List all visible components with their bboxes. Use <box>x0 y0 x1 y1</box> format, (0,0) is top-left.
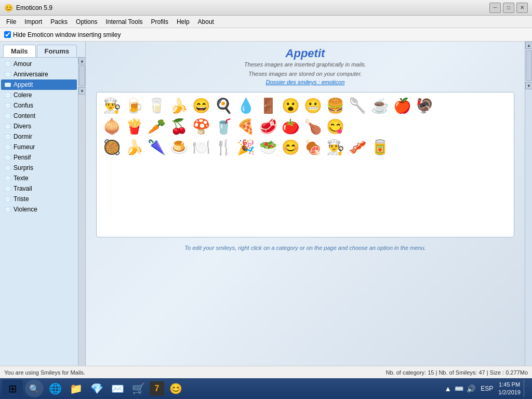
menu-file[interactable]: File <box>2 17 20 26</box>
menu-import[interactable]: Import <box>20 17 46 26</box>
taskbar-icon-folder[interactable]: 📁 <box>66 380 85 397</box>
tab-forums[interactable]: Forums <box>37 45 77 57</box>
scrollbar-thumb[interactable] <box>79 65 85 86</box>
menu-options[interactable]: Options <box>72 17 101 26</box>
hide-window-checkbox[interactable] <box>4 31 11 38</box>
sidebar-item-pensif[interactable]: ✉️ Pensif <box>1 152 77 163</box>
content-scrollbar[interactable]: ▲ ▼ <box>525 42 532 366</box>
smiley-happy[interactable]: 😄 <box>192 99 210 113</box>
menu-packs[interactable]: Packs <box>46 17 72 26</box>
sidebar-tabs: Mails Forums <box>0 42 85 57</box>
sidebar-scroll-container: ✉️ Amour ✉️ Anniversaire ✉️ Appetit ✉️ C… <box>0 57 85 366</box>
smiley-umbrella[interactable]: 🌂 <box>148 140 166 155</box>
content-scrollbar-up[interactable]: ▲ <box>525 42 532 49</box>
smiley-carrot[interactable]: 🥕 <box>148 119 166 134</box>
smiley-fries[interactable]: 🍟 <box>125 119 143 134</box>
smiley-spoon[interactable]: 🥄 <box>349 99 367 113</box>
taskbar-icon-emoticon[interactable]: 😊 <box>166 380 185 397</box>
smiley-egg[interactable]: 🍳 <box>215 99 233 113</box>
taskbar-icon-browser[interactable]: 🌐 <box>46 380 64 397</box>
smiley-pizza[interactable]: 🍕 <box>237 119 255 134</box>
menu-internal-tools[interactable]: Internal Tools <box>101 17 147 26</box>
smiley-fridge[interactable]: 🚪 <box>259 99 277 113</box>
maximize-button[interactable]: □ <box>503 3 514 13</box>
sidebar-item-fumeur[interactable]: ✉️ Fumeur <box>1 142 77 152</box>
scrollbar-up[interactable]: ▲ <box>78 57 85 64</box>
sidebar-item-content[interactable]: ✉️ Content <box>1 111 77 121</box>
smiley-waiter[interactable]: 👨‍🍳 <box>326 140 344 155</box>
smiley-hungry[interactable]: 😮 <box>282 99 300 113</box>
smiley-chicken[interactable]: 🍗 <box>304 119 322 134</box>
taskbar-clock[interactable]: 1:45 PM 1/2/2019 <box>498 381 521 397</box>
smiley-can[interactable]: 🥫 <box>371 140 389 155</box>
taskbar-icon-7[interactable]: 7 <box>150 381 164 396</box>
close-button[interactable]: ✕ <box>516 3 528 13</box>
smiley-bbq[interactable]: 🍖 <box>304 140 322 155</box>
smiley-banana[interactable]: 🍌 <box>170 99 188 113</box>
smiley-dinner[interactable]: 🍽️ <box>192 140 210 155</box>
tray-volume[interactable]: 🔊 <box>467 384 475 393</box>
sidebar-scrollbar[interactable]: ▲ ▼ <box>78 57 85 366</box>
taskbar-search-button[interactable]: 🔍 <box>25 380 44 397</box>
smiley-tomato[interactable]: 🍅 <box>282 119 300 134</box>
smiley-banana2[interactable]: 🍌 <box>125 140 143 155</box>
scrollbar-down[interactable]: ▼ <box>78 87 85 95</box>
tray-keyboard[interactable]: ⌨️ <box>455 384 463 393</box>
sidebar-item-texte[interactable]: ✉️ Texte <box>1 173 77 183</box>
sidebar-item-divers[interactable]: ✉️ Divers <box>1 121 77 131</box>
smiley-onion[interactable]: 🧅 <box>103 119 121 134</box>
sidebar-item-surpris[interactable]: ✉️ Surpris <box>1 163 77 173</box>
mail-icon: ✉️ <box>4 196 11 203</box>
tab-mails[interactable]: Mails <box>3 45 36 57</box>
sidebar-list: ✉️ Amour ✉️ Anniversaire ✉️ Appetit ✉️ C… <box>0 57 78 366</box>
smiley-drink[interactable]: 🥤 <box>215 119 233 134</box>
smiley-face-fork[interactable]: 😋 <box>326 119 344 134</box>
sidebar-item-violence[interactable]: ✉️ Violence <box>1 204 77 215</box>
smiley-bowl[interactable]: 🥘 <box>103 140 121 155</box>
smiley-row-3: 🥘 🍌 🌂 🍮 🍽️ 🍴 🎉 🥗 😊 🍖 👨‍🍳 🥓 🥫 <box>103 140 508 155</box>
sidebar-item-amour[interactable]: ✉️ Amour <box>1 59 77 69</box>
toolbar: Hide Emoticon window inserting smiley <box>0 28 532 42</box>
content-scrollbar-down[interactable]: ▼ <box>525 82 532 89</box>
smiley-beer[interactable]: 🍺 <box>125 99 143 113</box>
smiley-coffee[interactable]: ☕ <box>371 99 389 113</box>
content-folder-link[interactable]: Dossier des smileys : emoticon <box>266 79 345 85</box>
sidebar-item-triste[interactable]: ✉️ Triste <box>1 194 77 204</box>
hide-window-label[interactable]: Hide Emoticon window inserting smiley <box>4 31 121 38</box>
taskbar-language[interactable]: ESP <box>478 385 495 392</box>
start-button[interactable]: ⊞ <box>2 380 23 397</box>
smiley-row-1: 👨‍🍳 🍺 🥛 🍌 😄 🍳 💧 🚪 😮 😬 🍔 🥄 ☕ 🍎 🦃 <box>103 99 508 113</box>
minimize-button[interactable]: ─ <box>489 3 501 13</box>
sidebar-item-dormir[interactable]: ✉️ Dormir <box>1 131 77 142</box>
smiley-feast[interactable]: 🎉 <box>237 140 255 155</box>
smiley-cake[interactable]: 🍮 <box>170 140 188 155</box>
menu-profils[interactable]: Profils <box>147 17 172 26</box>
content-scrollbar-thumb[interactable] <box>526 50 532 81</box>
smiley-mushroom[interactable]: 🍄 <box>192 119 210 134</box>
smiley-box[interactable]: 🥛 <box>148 99 166 113</box>
smiley-salad[interactable]: 🥗 <box>259 140 277 155</box>
smiley-facedrink[interactable]: 😊 <box>282 140 300 155</box>
sidebar-item-confus[interactable]: ✉️ Confus <box>1 100 77 111</box>
sidebar-item-anniversaire[interactable]: ✉️ Anniversaire <box>1 69 77 79</box>
tray-arrow[interactable]: ▲ <box>444 384 451 393</box>
smiley-bacon[interactable]: 🥓 <box>349 140 367 155</box>
taskbar-icon-mail[interactable]: ✉️ <box>108 380 127 397</box>
smiley-burger[interactable]: 🍔 <box>326 99 344 113</box>
menu-about[interactable]: About <box>194 17 218 26</box>
show-desktop-button[interactable] <box>524 380 527 397</box>
smiley-drop[interactable]: 💧 <box>237 99 255 113</box>
smiley-cherry[interactable]: 🍒 <box>170 119 188 134</box>
sidebar-item-appetit[interactable]: ✉️ Appetit <box>1 79 77 90</box>
smiley-bite[interactable]: 😬 <box>304 99 322 113</box>
sidebar-item-travail[interactable]: ✉️ Travail <box>1 183 77 194</box>
taskbar-icon-store[interactable]: 🛒 <box>129 380 148 397</box>
smiley-chef[interactable]: 👨‍🍳 <box>103 99 121 113</box>
taskbar-icon-gem[interactable]: 💎 <box>87 380 106 397</box>
sidebar-item-colere[interactable]: ✉️ Colere <box>1 90 77 100</box>
smiley-apple[interactable]: 🍎 <box>393 99 411 113</box>
smiley-steak[interactable]: 🥩 <box>259 119 277 134</box>
smiley-table[interactable]: 🍴 <box>215 140 233 155</box>
menu-help[interactable]: Help <box>172 17 194 26</box>
smiley-turkey2[interactable]: 🦃 <box>416 99 434 113</box>
